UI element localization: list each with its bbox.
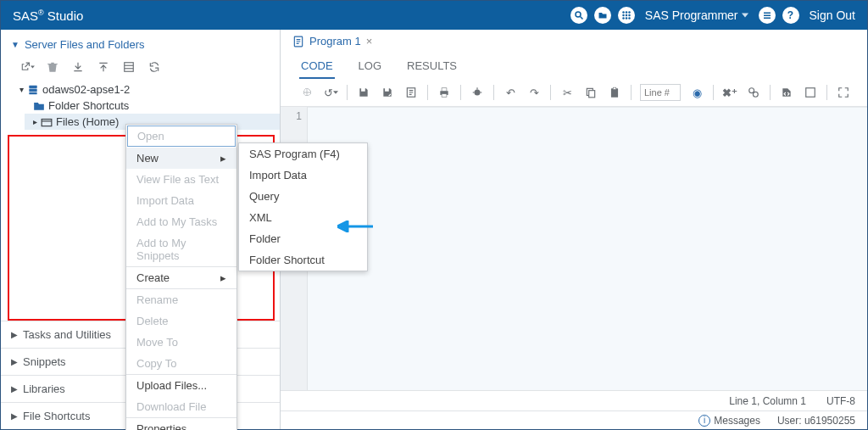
saveas-icon[interactable] (380, 85, 395, 100)
print-icon[interactable] (437, 85, 452, 100)
sub-query[interactable]: Query (239, 186, 367, 207)
svg-rect-32 (589, 91, 595, 98)
tab-program1[interactable]: Program 1 × (292, 35, 372, 47)
ctx-delete: Delete (126, 310, 236, 332)
svg-rect-27 (475, 90, 481, 96)
tree-shortcuts-node[interactable]: Folder Shortcuts (33, 98, 280, 114)
ctx-properties[interactable]: Properties (126, 418, 236, 430)
paste-icon[interactable] (607, 85, 622, 100)
undo-icon[interactable]: ↶ (503, 85, 518, 100)
user-label: User: u61950255 (777, 415, 855, 427)
goto-icon[interactable]: ◉ (689, 85, 704, 100)
sub-folder-shortcut[interactable]: Folder Shortcut (239, 249, 367, 271)
ctx-upload[interactable]: Upload Files... (126, 375, 236, 396)
caret-down-icon: ▾ (19, 85, 24, 94)
svg-point-0 (576, 12, 581, 17)
debug-icon[interactable] (470, 85, 485, 100)
ctx-create[interactable]: Create▸ (126, 267, 236, 288)
snippet-icon[interactable] (779, 85, 794, 100)
caret-down-icon: ▼ (11, 40, 19, 49)
redo-icon[interactable]: ↷ (526, 85, 542, 100)
find-icon[interactable] (746, 85, 761, 100)
svg-rect-12 (764, 15, 771, 17)
ctx-download: Download File (126, 396, 236, 417)
goto-line-input[interactable] (640, 84, 681, 101)
history-icon[interactable]: ↺ (323, 85, 338, 100)
code-editor[interactable]: 1 (281, 107, 867, 390)
copy-icon[interactable] (583, 85, 598, 100)
context-menu-file: Open New▸ View File as Text Import Data … (125, 124, 237, 430)
subtab-results[interactable]: RESULTS (405, 54, 459, 79)
sidebar-toolbar (1, 56, 280, 80)
svg-point-8 (622, 17, 625, 20)
more-options-icon[interactable] (759, 7, 776, 24)
subtab-log[interactable]: LOG (357, 54, 383, 79)
editor-toolbar: 𐀏 ↺ ↶ ↷ ✂ ◉ ✖⁺ (281, 79, 867, 107)
ctx-view-text: View File as Text (126, 169, 236, 190)
subtab-code[interactable]: CODE (299, 54, 335, 79)
caret-right-icon: ▸ (33, 117, 37, 126)
svg-rect-19 (29, 92, 36, 93)
ctx-import: Import Data (126, 190, 236, 211)
delete-icon[interactable] (45, 59, 60, 75)
format-icon[interactable] (803, 85, 818, 100)
svg-rect-17 (29, 85, 36, 88)
download-icon[interactable] (70, 59, 86, 75)
svg-point-4 (628, 11, 631, 14)
program-summary-icon[interactable] (403, 85, 419, 100)
code-area[interactable] (308, 107, 867, 390)
svg-rect-14 (125, 63, 134, 72)
svg-rect-38 (806, 88, 815, 98)
sub-import-data[interactable]: Import Data (239, 165, 367, 186)
clear-code-icon[interactable]: ✖⁺ (722, 85, 737, 100)
submenu-arrow-icon: ▸ (220, 271, 226, 284)
apps-icon[interactable] (618, 7, 635, 24)
svg-point-5 (622, 14, 625, 17)
maximize-icon[interactable] (836, 85, 851, 100)
help-icon[interactable]: ? (782, 7, 799, 24)
cursor-position: Line 1, Column 1 (729, 395, 806, 407)
editor-tabs: Program 1 × (281, 30, 867, 47)
svg-point-2 (622, 11, 625, 14)
cut-icon[interactable]: ✂ (559, 85, 575, 100)
properties-icon[interactable] (121, 59, 136, 75)
svg-line-1 (580, 17, 582, 20)
open-icon[interactable] (594, 7, 611, 24)
search-icon[interactable] (570, 7, 587, 24)
save-icon[interactable] (356, 85, 371, 100)
run-icon[interactable]: 𐀏 (299, 85, 314, 100)
user-menu[interactable]: SAS Programmer (645, 8, 748, 22)
sub-sas-program[interactable]: SAS Program (F4) (239, 143, 367, 165)
svg-rect-25 (442, 88, 447, 92)
svg-point-3 (626, 11, 628, 14)
svg-rect-20 (42, 119, 52, 126)
ctx-rename: Rename (126, 289, 236, 310)
ctx-new[interactable]: New▸ (126, 148, 236, 169)
panel-header-files[interactable]: ▼ Server Files and Folders (1, 30, 280, 56)
top-banner: SAS® Studio SAS Programmer ? Sign Out (1, 1, 867, 30)
svg-point-10 (628, 17, 631, 20)
svg-line-37 (753, 92, 754, 92)
svg-rect-18 (29, 88, 36, 92)
editor-status-bar: Line 1, Column 1 UTF-8 (281, 390, 867, 410)
ctx-add-snippets: Add to My Snippets (126, 232, 236, 266)
ctx-add-tasks: Add to My Tasks (126, 211, 236, 232)
app-title: SAS® Studio (13, 8, 83, 23)
messages-link[interactable]: iMessages (698, 415, 760, 427)
svg-point-9 (626, 17, 628, 20)
context-submenu-new: SAS Program (F4) Import Data Query XML F… (238, 142, 368, 271)
editor-subtabs: CODE LOG RESULTS (281, 47, 867, 79)
upload-icon[interactable] (96, 59, 111, 75)
close-tab-icon[interactable]: × (366, 35, 373, 47)
svg-rect-33 (611, 88, 618, 98)
info-icon: i (698, 415, 710, 427)
sign-out-link[interactable]: Sign Out (810, 8, 855, 22)
submenu-arrow-icon: ▸ (220, 152, 226, 165)
refresh-icon[interactable] (147, 59, 162, 75)
svg-rect-34 (613, 87, 616, 89)
new-shortcut-icon[interactable] (19, 59, 35, 75)
svg-rect-26 (442, 94, 447, 98)
ctx-open: Open (127, 126, 236, 147)
tree-server-node[interactable]: ▾ odaws02-apse1-2 (19, 81, 280, 98)
panel-title: Server Files and Folders (25, 38, 145, 51)
